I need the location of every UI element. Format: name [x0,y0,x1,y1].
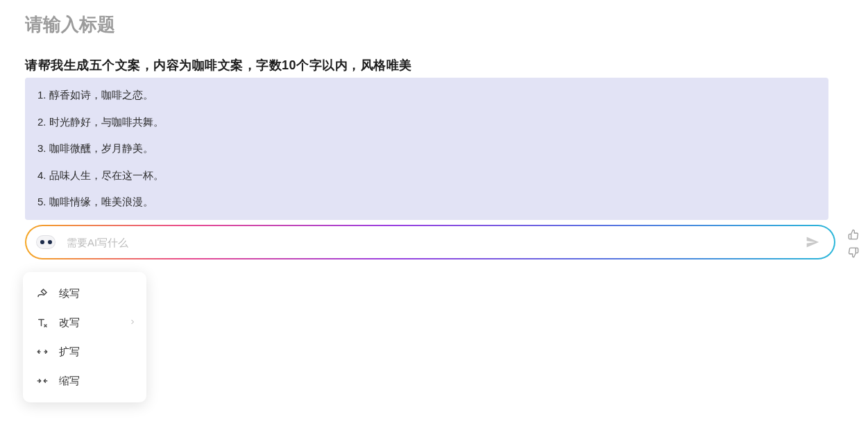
ai-input-container [25,225,835,259]
result-item: 3. 咖啡微醺，岁月静美。 [37,141,816,157]
action-label: 缩写 [59,375,80,388]
chevron-right-icon [128,316,137,329]
action-label: 扩写 [59,346,80,359]
send-button[interactable] [802,232,823,253]
action-expand[interactable]: 扩写 [23,337,146,366]
result-item: 2. 时光静好，与咖啡共舞。 [37,114,816,130]
ai-result-block: 1. 醇香如诗，咖啡之恋。 2. 时光静好，与咖啡共舞。 3. 咖啡微醺，岁月静… [25,78,828,220]
thumbs-up-button[interactable] [848,229,860,241]
action-rewrite[interactable]: 改写 [23,308,146,337]
result-item: 5. 咖啡情缘，唯美浪漫。 [37,194,816,210]
user-prompt: 请帮我生成五个文案，内容为咖啡文案，字数10个字以内，风格唯美 [25,57,412,74]
title-input[interactable] [25,14,580,35]
action-label: 续写 [59,287,80,300]
result-item: 1. 醇香如诗，咖啡之恋。 [37,87,816,103]
feedback-buttons [848,229,860,259]
shrink-icon [35,374,49,388]
result-item: 4. 品味人生，尽在这一杯。 [37,168,816,184]
action-menu: 续写 改写 扩写 缩写 [23,272,146,402]
ai-input-inner [26,226,834,258]
expand-icon [35,345,49,359]
action-continue[interactable]: 续写 [23,279,146,308]
thumbs-up-icon [848,229,859,240]
ai-prompt-input[interactable] [67,237,802,248]
pen-continue-icon [35,287,49,300]
thumbs-down-button[interactable] [848,247,860,259]
action-label: 改写 [59,316,80,330]
thumbs-down-icon [848,247,859,258]
bot-avatar-icon [33,232,58,252]
text-rewrite-icon [35,316,49,330]
action-shrink[interactable]: 缩写 [23,366,146,395]
send-icon [806,235,819,249]
